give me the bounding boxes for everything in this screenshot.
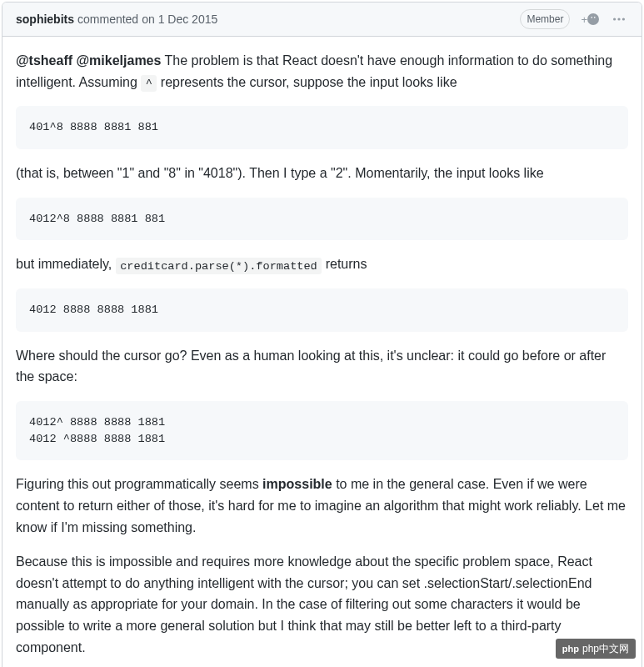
smiley-icon bbox=[587, 13, 599, 25]
more-actions-button[interactable] bbox=[610, 14, 628, 24]
paragraph-1: @tsheaff @mikeljames The problem is that… bbox=[16, 50, 628, 93]
plus-icon: + bbox=[581, 13, 587, 26]
inline-code-caret: ^ bbox=[141, 75, 157, 92]
paragraph-4: Where should the cursor go? Even as a hu… bbox=[16, 345, 628, 388]
paragraph-6: Because this is impossible and requires … bbox=[16, 551, 628, 658]
header-left: sophiebits commented on 1 Dec 2015 bbox=[16, 11, 217, 28]
bold-impossible: impossible bbox=[262, 477, 332, 491]
mention-mikeljames[interactable]: @mikeljames bbox=[77, 53, 162, 68]
svg-point-2 bbox=[622, 18, 625, 20]
paragraph-3: but immediately, creditcard.parse(*).for… bbox=[16, 253, 628, 275]
text: returns bbox=[326, 257, 367, 271]
watermark-logo: php bbox=[562, 642, 579, 656]
svg-point-0 bbox=[613, 18, 616, 20]
member-badge: Member bbox=[520, 9, 570, 29]
add-reaction-button[interactable]: + bbox=[577, 11, 603, 28]
watermark: php php中文网 bbox=[556, 639, 636, 659]
paragraph-2: (that is, between "1" and "8" in "4018")… bbox=[16, 163, 628, 184]
code-block-3: 4012 8888 8888 1881 bbox=[16, 288, 628, 332]
timestamp-link[interactable]: on 1 Dec 2015 bbox=[142, 11, 217, 28]
code-block-2: 4012^8 8888 8881 881 bbox=[16, 198, 628, 241]
svg-point-1 bbox=[617, 18, 620, 20]
watermark-text: php中文网 bbox=[582, 641, 629, 656]
header-right: Member + bbox=[520, 9, 628, 29]
code-block-1: 401^8 8888 8881 881 bbox=[16, 106, 628, 149]
text: represents the cursor, suppose the input… bbox=[161, 75, 457, 89]
inline-code-creditcard: creditcard.parse(*).formatted bbox=[116, 258, 322, 274]
comment-container: sophiebits commented on 1 Dec 2015 Membe… bbox=[2, 2, 642, 667]
paragraph-5: Figuring this out programmatically seems… bbox=[16, 474, 628, 538]
text: Figuring this out programmatically seems bbox=[16, 477, 262, 491]
comment-body: @tsheaff @mikeljames The problem is that… bbox=[2, 37, 642, 667]
comment-header: sophiebits commented on 1 Dec 2015 Membe… bbox=[2, 3, 642, 37]
mention-tsheaff[interactable]: @tsheaff bbox=[16, 53, 72, 68]
text: but immediately, bbox=[16, 257, 116, 271]
code-block-4: 4012^ 8888 8888 1881 4012 ^8888 8888 188… bbox=[16, 401, 628, 460]
action-text: commented bbox=[77, 11, 138, 28]
author-link[interactable]: sophiebits bbox=[16, 11, 74, 28]
kebab-icon bbox=[613, 18, 625, 21]
